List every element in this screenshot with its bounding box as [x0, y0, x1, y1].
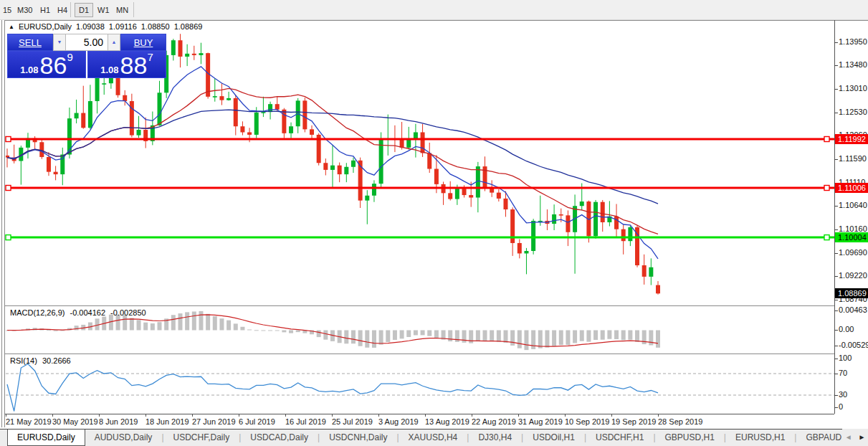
bid-price-big: 86 [40, 55, 67, 75]
candle-body [185, 54, 189, 57]
rsi-value: 30.2666 [42, 356, 71, 365]
candle-body [268, 104, 272, 112]
candle-body [351, 161, 356, 167]
line-handle [6, 137, 11, 142]
candle-body [483, 166, 487, 188]
macd-histogram-bar [365, 331, 369, 348]
rsi-name: RSI(14) [10, 356, 37, 365]
macd-histogram-bar [483, 331, 487, 342]
macd-histogram-bar [386, 331, 390, 342]
macd-histogram-bar [151, 323, 155, 330]
volume-input[interactable]: 5.00 [66, 34, 108, 51]
macd-histogram-bar [75, 326, 79, 330]
candle-body [88, 101, 92, 128]
candle-body [171, 40, 176, 55]
candle-body [497, 193, 501, 199]
candle-body [302, 100, 307, 129]
candle-body [81, 113, 85, 128]
tab-scroll-left-icon[interactable]: ◄ [845, 433, 852, 441]
macd-histogram-bar [254, 330, 259, 331]
macd-histogram-bar [372, 331, 376, 348]
candle-body [414, 132, 418, 138]
candle-body [400, 139, 404, 148]
candle-body [219, 96, 224, 100]
bid-price-display[interactable]: 1.08 86 9 [7, 51, 86, 78]
macd-histogram-bar [414, 331, 418, 336]
candle-body [330, 166, 335, 170]
candle-body [344, 167, 348, 174]
macd-histogram-bar [234, 323, 238, 330]
candle-body [254, 113, 259, 135]
candle-body [282, 110, 286, 133]
line-handle [824, 235, 829, 240]
macd-panel [5, 311, 660, 350]
macd-histogram-bar [282, 331, 286, 333]
candle-body [566, 215, 570, 232]
ask-price-prefix: 1.08 [100, 65, 118, 75]
macd-histogram-bar [406, 331, 411, 337]
chevron-up-icon: ▲ [112, 39, 117, 44]
macd-histogram-bar [213, 316, 217, 330]
macd-histogram-bar [178, 313, 182, 330]
macd-histogram-bar [434, 331, 439, 338]
macd-histogram-bar [593, 331, 598, 341]
candle-body [75, 113, 79, 119]
ask-price-display[interactable]: 1.08 88 7 [87, 51, 166, 78]
tab-scroll-right-icon[interactable]: ► [858, 433, 865, 441]
macd-histogram-bar [185, 312, 189, 330]
macd-histogram-bar [240, 327, 244, 331]
macd-histogram-bar [123, 315, 127, 330]
macd-histogram-bar [199, 311, 203, 331]
rsi-label: RSI(14) 30.2666 [10, 356, 74, 365]
macd-histogram-bar [427, 331, 431, 336]
macd-histogram-bar [490, 331, 494, 342]
ask-price-sup: 7 [147, 53, 153, 62]
candle-body [621, 229, 626, 242]
candle-body [47, 157, 51, 172]
macd-histogram-bar [518, 331, 522, 348]
macd-histogram-bar [47, 330, 51, 331]
bid-price-prefix: 1.08 [20, 65, 38, 75]
buy-button[interactable]: BUY [120, 34, 166, 51]
line-handle [824, 186, 829, 191]
macd-histogram-bar [393, 331, 397, 340]
volume-decrease-button[interactable]: ▼ [53, 34, 66, 51]
macd-histogram-bar [158, 322, 162, 330]
candle-body [455, 189, 459, 199]
macd-histogram-bar [448, 331, 452, 342]
candle-body [593, 202, 598, 237]
candle-body [649, 267, 653, 277]
candle-body [448, 193, 452, 199]
macd-histogram-bar [379, 331, 383, 345]
candle-body [434, 169, 439, 184]
candle-body [199, 53, 203, 55]
current-price-tag: 1.08869 [835, 288, 868, 298]
macd-histogram-bar [559, 331, 563, 346]
macd-histogram-bar [296, 331, 300, 333]
price-tag-1.10004: 1.10004 [835, 232, 868, 242]
macd-histogram-bar [497, 331, 501, 342]
macd-histogram-bar [317, 331, 321, 338]
candle-body [656, 285, 660, 294]
candle-body [462, 189, 467, 195]
macd-histogram-bar [580, 331, 584, 341]
one-click-trading-panel: SELL ▼ 5.00 ▲ BUY 1.08 86 9 1.08 88 7 [7, 34, 166, 78]
candle-body [310, 129, 314, 135]
macd-histogram-bar [192, 311, 196, 330]
bid-price-sup: 9 [67, 53, 72, 62]
macd-histogram-bar [206, 314, 210, 331]
macd-histogram-bar [130, 318, 134, 330]
candle-body [518, 243, 522, 253]
macd-histogram-bar [573, 331, 577, 343]
line-handle [824, 137, 829, 142]
macd-histogram-bar [635, 331, 639, 342]
macd-histogram-bar [628, 331, 632, 340]
volume-increase-button[interactable]: ▲ [108, 34, 120, 51]
macd-main-value: -0.004162 [70, 308, 105, 317]
macd-histogram-bar [351, 331, 356, 344]
candle-body [240, 126, 244, 132]
candle-body [116, 76, 120, 95]
macd-histogram-bar [247, 329, 252, 330]
macd-name: MACD(12,26,9) [10, 308, 65, 317]
sell-button[interactable]: SELL [7, 34, 53, 51]
